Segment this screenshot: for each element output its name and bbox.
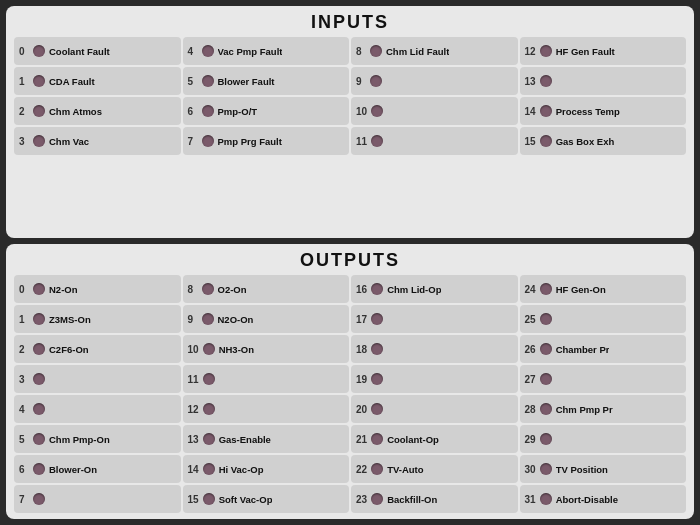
inputs-title: INPUTS	[14, 12, 686, 33]
io-number: 12	[525, 46, 536, 57]
io-label: Chm Vac	[49, 136, 89, 147]
output-item: 17	[351, 305, 518, 333]
led-indicator	[540, 373, 552, 385]
input-item: 1 CDA Fault	[14, 67, 181, 95]
io-label: N2O-On	[218, 314, 254, 325]
output-item: 21 Coolant-Op	[351, 425, 518, 453]
io-number: 6	[188, 106, 198, 117]
led-indicator	[371, 313, 383, 325]
io-number: 21	[356, 434, 367, 445]
io-number: 23	[356, 494, 367, 505]
io-number: 18	[356, 344, 367, 355]
io-label: Chm Lid-Op	[387, 284, 441, 295]
led-indicator	[33, 493, 45, 505]
io-label: O2-On	[218, 284, 247, 295]
io-number: 1	[19, 76, 29, 87]
io-label: Chm Pmp Pr	[556, 404, 613, 415]
led-indicator	[540, 433, 552, 445]
io-label: Pmp Prg Fault	[218, 136, 282, 147]
input-item: 5 Blower Fault	[183, 67, 350, 95]
led-indicator	[371, 135, 383, 147]
io-number: 7	[19, 494, 29, 505]
led-indicator	[203, 343, 215, 355]
led-indicator	[371, 373, 383, 385]
led-indicator	[371, 493, 383, 505]
io-label: Chamber Pr	[556, 344, 610, 355]
led-indicator	[33, 283, 45, 295]
input-item: 7 Pmp Prg Fault	[183, 127, 350, 155]
io-label: Blower Fault	[218, 76, 275, 87]
led-indicator	[202, 135, 214, 147]
io-number: 8	[356, 46, 366, 57]
output-item: 24 HF Gen-On	[520, 275, 687, 303]
output-item: 19	[351, 365, 518, 393]
io-number: 5	[188, 76, 198, 87]
io-number: 28	[525, 404, 536, 415]
led-indicator	[33, 433, 45, 445]
io-number: 2	[19, 106, 29, 117]
output-item: 8 O2-On	[183, 275, 350, 303]
io-number: 14	[188, 464, 199, 475]
led-indicator	[540, 403, 552, 415]
led-indicator	[540, 135, 552, 147]
output-item: 4	[14, 395, 181, 423]
io-number: 1	[19, 314, 29, 325]
led-indicator	[202, 105, 214, 117]
output-item: 3	[14, 365, 181, 393]
io-label: NH3-On	[219, 344, 254, 355]
output-item: 30 TV Position	[520, 455, 687, 483]
io-number: 9	[356, 76, 366, 87]
input-item: 10	[351, 97, 518, 125]
input-item: 0 Coolant Fault	[14, 37, 181, 65]
led-indicator	[540, 75, 552, 87]
input-item: 9	[351, 67, 518, 95]
led-indicator	[540, 493, 552, 505]
led-indicator	[203, 463, 215, 475]
output-item: 13 Gas-Enable	[183, 425, 350, 453]
io-number: 25	[525, 314, 536, 325]
io-label: Vac Pmp Fault	[218, 46, 283, 57]
io-label: Backfill-On	[387, 494, 437, 505]
led-indicator	[203, 403, 215, 415]
led-indicator	[33, 373, 45, 385]
led-indicator	[33, 403, 45, 415]
io-number: 16	[356, 284, 367, 295]
io-label: Chm Atmos	[49, 106, 102, 117]
output-item: 1 Z3MS-On	[14, 305, 181, 333]
led-indicator	[371, 105, 383, 117]
led-indicator	[371, 343, 383, 355]
output-item: 11	[183, 365, 350, 393]
led-indicator	[370, 45, 382, 57]
led-indicator	[371, 463, 383, 475]
output-item: 29	[520, 425, 687, 453]
led-indicator	[33, 75, 45, 87]
io-label: Z3MS-On	[49, 314, 91, 325]
io-label: Abort-Disable	[556, 494, 618, 505]
led-indicator	[540, 283, 552, 295]
led-indicator	[203, 373, 215, 385]
io-label: Gas-Enable	[219, 434, 271, 445]
led-indicator	[540, 313, 552, 325]
led-indicator	[371, 283, 383, 295]
io-number: 12	[188, 404, 199, 415]
output-item: 31 Abort-Disable	[520, 485, 687, 513]
io-label: Coolant Fault	[49, 46, 110, 57]
io-number: 13	[188, 434, 199, 445]
output-item: 14 Hi Vac-Op	[183, 455, 350, 483]
input-item: 2 Chm Atmos	[14, 97, 181, 125]
led-indicator	[203, 493, 215, 505]
io-label: Chm Pmp-On	[49, 434, 110, 445]
io-label: Hi Vac-Op	[219, 464, 264, 475]
io-number: 15	[525, 136, 536, 147]
io-label: N2-On	[49, 284, 78, 295]
input-item: 3 Chm Vac	[14, 127, 181, 155]
io-label: C2F6-On	[49, 344, 89, 355]
io-number: 6	[19, 464, 29, 475]
io-number: 2	[19, 344, 29, 355]
output-item: 26 Chamber Pr	[520, 335, 687, 363]
output-item: 18	[351, 335, 518, 363]
io-number: 9	[188, 314, 198, 325]
io-number: 7	[188, 136, 198, 147]
io-number: 20	[356, 404, 367, 415]
io-label: Coolant-Op	[387, 434, 439, 445]
